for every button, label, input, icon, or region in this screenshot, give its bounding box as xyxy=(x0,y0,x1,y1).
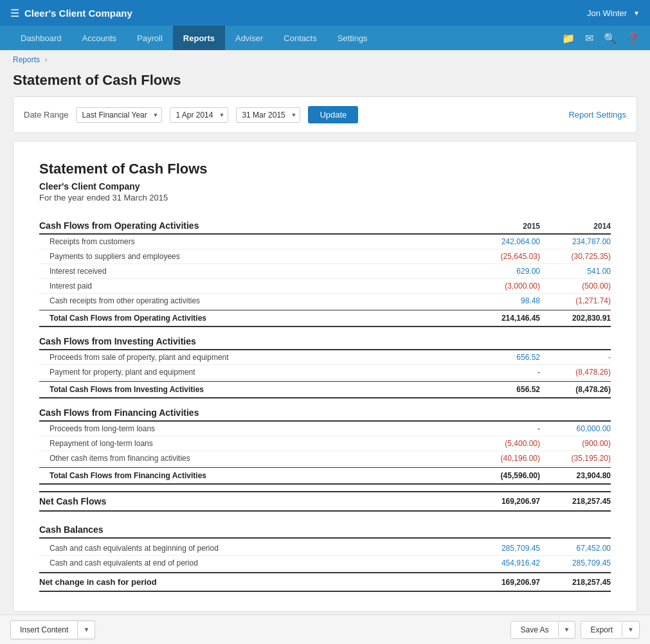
financing-total-2014: 23,904.80 xyxy=(540,471,611,480)
operating-row-3-val2015: (3,000.00) xyxy=(469,282,540,291)
financing-row-0-label: Proceeds from long-term loans xyxy=(39,424,469,433)
nav-payroll[interactable]: Payroll xyxy=(127,26,173,50)
investing-row-0-label: Proceeds from sale of property, plant an… xyxy=(39,353,469,362)
balance-row-1-val2015: 454,916.42 xyxy=(469,559,540,568)
investing-heading: Cash Flows from Investing Activities xyxy=(39,336,611,346)
financing-heading-row: Cash Flows from Financing Activities xyxy=(39,407,611,422)
col-2014-header: 2014 xyxy=(540,222,611,231)
breadcrumb: Reports › xyxy=(0,50,650,69)
nav-bar: Dashboard Accounts Payroll Reports Advis… xyxy=(0,26,650,50)
hamburger-icon[interactable]: ☰ xyxy=(10,7,19,19)
date-range-select[interactable]: Last Financial Year xyxy=(76,107,162,123)
financing-total-2015: (45,596.00) xyxy=(469,471,540,480)
net-cash-2014: 218,257.45 xyxy=(540,497,611,506)
net-change-label: Net change in cash for period xyxy=(39,577,469,587)
help-icon[interactable]: ❓ xyxy=(627,32,640,44)
operating-row-1-val2014: (30,725.35) xyxy=(540,252,611,261)
financing-row-1-val2015: (5,400.00) xyxy=(469,439,540,448)
net-cash-label: Net Cash Flows xyxy=(39,496,469,506)
to-date-select-wrapper: 31 Mar 2015 xyxy=(236,107,300,123)
operating-row-0-label: Receipts from customers xyxy=(39,237,469,246)
nav-contacts[interactable]: Contacts xyxy=(273,26,327,50)
investing-row-0-val2015: 656.52 xyxy=(469,353,540,362)
nav-accounts[interactable]: Accounts xyxy=(72,26,127,50)
financing-row-2-val2015: (40,196.00) xyxy=(469,454,540,463)
export-button[interactable]: Export xyxy=(581,622,622,625)
from-date-select-wrapper: 1 Apr 2014 xyxy=(170,107,228,123)
nav-icons: 📁 ✉ 🔍 ❓ xyxy=(562,32,640,44)
breadcrumb-reports-link[interactable]: Reports xyxy=(13,55,40,64)
top-bar-right: Jon Winter ▼ xyxy=(587,8,640,18)
col-2015-header: 2015 xyxy=(469,222,540,231)
to-date-select[interactable]: 31 Mar 2015 xyxy=(236,107,300,123)
investing-total-row: Total Cash Flows from Investing Activiti… xyxy=(39,381,611,398)
operating-row-2-val2015: 629.00 xyxy=(469,267,540,276)
report-settings-link[interactable]: Report Settings xyxy=(568,110,626,120)
date-range-select-wrapper: Last Financial Year xyxy=(76,107,162,123)
top-bar-left: ☰ Cleer's Client Company xyxy=(10,7,132,19)
export-btn-group: Export ▼ xyxy=(581,621,640,625)
balance-heading: Cash Balances xyxy=(39,524,611,539)
operating-row-0: Receipts from customers 242,064.00 234,7… xyxy=(39,235,611,249)
bottom-toolbar: Insert Content ▼ Save As ▼ Export ▼ xyxy=(0,614,650,625)
investing-total-2014: (8,478.26) xyxy=(540,385,611,394)
operating-row-3-val2014: (500.00) xyxy=(540,282,611,291)
financing-row-1-label: Repayment of long-term loans xyxy=(39,439,469,448)
nav-settings[interactable]: Settings xyxy=(327,26,378,50)
financing-row-0: Proceeds from long-term loans - 60,000.0… xyxy=(39,422,611,436)
save-btn-group: Save As ▼ xyxy=(510,621,575,625)
financing-row-0-val2014: 60,000.00 xyxy=(540,424,611,433)
page-title: Statement of Cash Flows xyxy=(0,69,650,96)
mail-icon[interactable]: ✉ xyxy=(585,32,593,44)
balance-row-1-label: Cash and cash equivalents at end of peri… xyxy=(39,559,469,568)
nav-adviser[interactable]: Adviser xyxy=(225,26,273,50)
net-change-row: Net change in cash for period 169,206.97… xyxy=(39,572,611,592)
top-bar: ☰ Cleer's Client Company Jon Winter ▼ xyxy=(0,0,650,26)
save-caret-button[interactable]: ▼ xyxy=(558,622,575,625)
filter-bar: Date Range Last Financial Year 1 Apr 201… xyxy=(13,96,637,133)
balance-row-0: Cash and cash equivalents at beginning o… xyxy=(39,541,611,556)
investing-row-0-val2014: - xyxy=(540,353,611,362)
chevron-down-icon[interactable]: ▼ xyxy=(633,10,640,17)
investing-heading-row: Cash Flows from Investing Activities xyxy=(39,336,611,350)
operating-row-1-label: Payments to suppliers and employees xyxy=(39,252,469,261)
operating-row-0-val2014: 234,787.00 xyxy=(540,237,611,246)
date-range-label: Date Range xyxy=(24,110,68,120)
operating-row-4-label: Cash receipts from other operating activ… xyxy=(39,296,469,305)
operating-total-label: Total Cash Flows from Operating Activiti… xyxy=(39,314,469,323)
bottom-right: Save As ▼ Export ▼ xyxy=(510,621,640,625)
nav-dashboard[interactable]: Dashboard xyxy=(10,26,72,50)
net-change-2015: 169,206.97 xyxy=(469,578,540,587)
financing-row-2-val2014: (35,195.20) xyxy=(540,454,611,463)
operating-total-2014: 202,830.91 xyxy=(540,314,611,323)
from-date-select[interactable]: 1 Apr 2014 xyxy=(170,107,228,123)
financing-total-label: Total Cash Flows from Financing Activiti… xyxy=(39,471,469,480)
save-as-button[interactable]: Save As xyxy=(511,622,557,625)
folder-icon[interactable]: 📁 xyxy=(562,32,575,44)
nav-reports[interactable]: Reports xyxy=(173,26,225,50)
insert-btn-group: Insert Content ▼ xyxy=(10,620,95,625)
financing-heading: Cash Flows from Financing Activities xyxy=(39,407,611,418)
operating-row-2: Interest received 629.00 541.00 xyxy=(39,264,611,279)
investing-row-1-val2014: (8,478.26) xyxy=(540,368,611,377)
report-period: For the year ended 31 March 2015 xyxy=(39,193,611,202)
operating-row-4: Cash receipts from other operating activ… xyxy=(39,294,611,309)
user-name: Jon Winter xyxy=(587,8,627,18)
investing-total-2015: 656.52 xyxy=(469,385,540,394)
report-company: Cleer's Client Company xyxy=(39,181,611,192)
export-caret-button[interactable]: ▼ xyxy=(622,622,639,625)
update-button[interactable]: Update xyxy=(308,106,358,123)
search-icon[interactable]: 🔍 xyxy=(604,32,617,44)
operating-heading: Cash Flows from Operating Activities xyxy=(39,220,469,231)
balance-row-0-val2015: 285,709.45 xyxy=(469,544,540,553)
balance-row-0-label: Cash and cash equivalents at beginning o… xyxy=(39,544,469,553)
operating-heading-row: Cash Flows from Operating Activities 201… xyxy=(39,220,611,235)
insert-caret-button[interactable]: ▼ xyxy=(78,622,95,625)
financing-row-2-label: Other cash items from financing activiti… xyxy=(39,454,469,463)
report-card: Statement of Cash Flows Cleer's Client C… xyxy=(13,141,637,612)
investing-total-label: Total Cash Flows from Investing Activiti… xyxy=(39,385,469,394)
breadcrumb-separator: › xyxy=(44,55,47,64)
balance-row-1-val2014: 285,709.45 xyxy=(540,559,611,568)
operating-row-2-val2014: 541.00 xyxy=(540,267,611,276)
insert-content-button[interactable]: Insert Content xyxy=(11,622,77,625)
